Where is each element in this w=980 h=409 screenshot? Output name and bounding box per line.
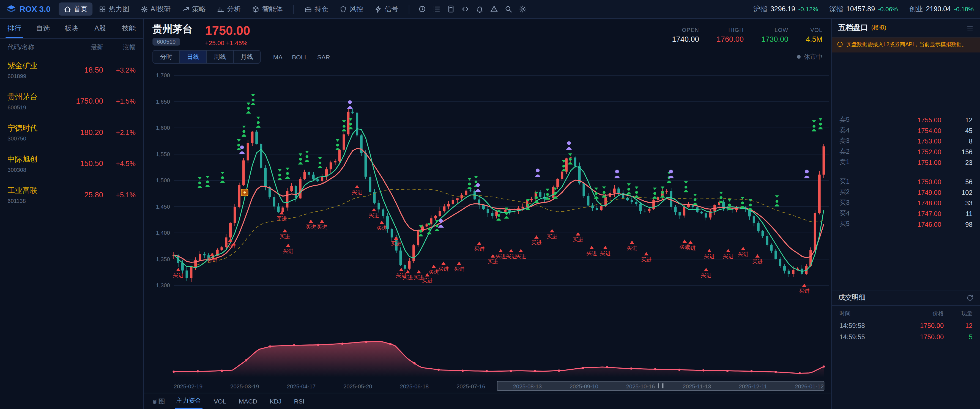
period-tab-分时[interactable]: 分时: [153, 51, 180, 63]
date-tick: 2025-06-18: [400, 384, 429, 390]
sub-tab-MACD[interactable]: MACD: [237, 395, 258, 407]
stock-list-item[interactable]: 工业富联60113825.80+5.1%: [0, 179, 143, 211]
buy-signal-marker: 买进: [352, 185, 362, 195]
ask-row[interactable]: 卖31753.008: [832, 136, 980, 147]
orderbook-header: 五档盘口 (模拟): [832, 19, 980, 37]
gear-icon[interactable]: [516, 2, 530, 16]
bid-row[interactable]: 买31748.0033: [832, 198, 980, 209]
stock-list-item[interactable]: 中际旭创300308150.50+4.5%: [0, 148, 143, 179]
nav-item-heatmap[interactable]: 热力图: [94, 3, 134, 16]
sidebar-tabs: 排行自选板块A股技能: [0, 19, 143, 39]
history-icon[interactable]: [415, 2, 429, 16]
stock-list-item[interactable]: 宁德时代300750180.20+2.1%: [0, 117, 143, 148]
range-selector[interactable]: [497, 381, 824, 391]
indicator-toggle-MA[interactable]: MA: [273, 53, 283, 60]
nav-item-strategy[interactable]: 策略: [177, 3, 211, 16]
market-index[interactable]: 深指10457.89-0.06%: [829, 5, 898, 14]
app-logo[interactable]: ROX 3.0: [6, 4, 51, 14]
sub-tab-主力资金[interactable]: 主力资金: [175, 394, 202, 409]
svg-text:买进: 买进: [438, 266, 449, 272]
svg-text:买进: 买进: [547, 234, 557, 239]
market-index[interactable]: 创业2190.04-0.18%: [909, 5, 974, 14]
nav-item-agent[interactable]: 智能体: [247, 3, 288, 16]
nav-item-signal[interactable]: 信号: [369, 3, 403, 16]
purple-signal-icon: [535, 168, 541, 177]
svg-text:1,700: 1,700: [156, 72, 170, 78]
chart-toolbar: 分时日线周线月线 MABOLLSAR 休市中: [144, 48, 831, 67]
column-header: 涨幅: [103, 43, 136, 52]
period-tab-月线[interactable]: 月线: [234, 51, 260, 63]
stock-list-item[interactable]: 紫金矿业60189918.50+3.2%: [0, 54, 143, 86]
sidebar-tab-自选[interactable]: 自选: [29, 19, 57, 38]
market-index[interactable]: 沪指3296.19-0.12%: [754, 5, 818, 14]
app-root: ROX 3.0 首页热力图AI投研策略分析智能体 持仓风控信号 沪指3296.1…: [0, 0, 980, 409]
market-status-label: 休市中: [803, 52, 822, 61]
buy-signal-marker: 买进: [515, 249, 526, 259]
svg-text:1,450: 1,450: [156, 204, 170, 210]
ask-row[interactable]: 卖21752.00156: [832, 147, 980, 157]
bid-levels: 买11750.0056买21749.00102买31748.0033买41747…: [832, 177, 980, 230]
svg-text:买进: 买进: [627, 245, 638, 251]
bid-row[interactable]: 买51746.0098: [832, 219, 980, 230]
buy-signal-marker: 买进: [474, 242, 485, 252]
bid-row[interactable]: 买11750.0056: [832, 177, 980, 187]
period-tab-周线[interactable]: 周线: [207, 51, 234, 63]
page-title: 贵州茅台: [153, 24, 192, 35]
gold-signal-icon: [241, 189, 248, 196]
nav-item-positions[interactable]: 持仓: [300, 3, 334, 16]
date-tick: 2025-05-20: [344, 384, 372, 390]
bell-icon[interactable]: [473, 2, 487, 16]
trade-row: 14:59:551750.005: [832, 331, 980, 342]
buy-signal-marker: 买进: [454, 262, 465, 271]
green-signal-icon: [684, 181, 688, 192]
sub-tab-VOL[interactable]: VOL: [212, 395, 228, 407]
primary-nav: 首页热力图AI投研策略分析智能体: [59, 3, 288, 16]
alert-icon[interactable]: [487, 2, 501, 16]
sub-tab-KDJ[interactable]: KDJ: [269, 395, 283, 407]
indicator-toggle-BOLL[interactable]: BOLL: [292, 53, 308, 60]
sidebar-tab-A股[interactable]: A股: [86, 19, 115, 38]
date-tick: 2025-03-19: [230, 384, 259, 390]
svg-text:1,550: 1,550: [156, 151, 170, 157]
candlestick-chart[interactable]: 1,7001,6501,6001,5501,5001,4501,4001,350…: [144, 67, 831, 327]
nav-item-home[interactable]: 首页: [59, 3, 92, 16]
nav-item-analysis[interactable]: 分析: [212, 3, 246, 16]
svg-text:1,400: 1,400: [156, 230, 170, 236]
sub-tab-RSI[interactable]: RSI: [293, 395, 305, 407]
nav-item-risk[interactable]: 风控: [334, 3, 368, 16]
date-tick: 2025-02-19: [174, 384, 203, 390]
bid-row[interactable]: 买41747.0011: [832, 208, 980, 219]
agent-icon: [252, 5, 259, 13]
green-signal-icon: [246, 103, 251, 114]
refresh-icon[interactable]: [966, 294, 974, 301]
column-header: 价格: [900, 310, 944, 318]
ask-row[interactable]: 卖51755.0012: [832, 115, 980, 125]
svg-text:买进: 买进: [573, 237, 584, 243]
sidebar-tab-排行[interactable]: 排行: [0, 19, 29, 38]
svg-text:买进: 买进: [317, 224, 328, 230]
ask-row[interactable]: 卖11751.0023: [832, 157, 980, 168]
list-icon[interactable]: [966, 24, 974, 31]
calculator-icon[interactable]: [444, 2, 458, 16]
buy-signal-marker: 买进: [627, 241, 638, 250]
sidebar-tab-板块[interactable]: 板块: [57, 19, 86, 38]
ask-row[interactable]: 卖41754.0045: [832, 125, 980, 136]
purple-signal-icon: [566, 141, 572, 150]
purple-signal-icon: [804, 170, 810, 178]
green-signal-icon: [242, 125, 246, 136]
stock-list-item[interactable]: 贵州茅台6005191750.00+1.5%: [0, 86, 143, 117]
utility-icon-group: [415, 2, 530, 16]
tasks-icon[interactable]: [430, 2, 443, 16]
sidebar-tab-技能[interactable]: 技能: [115, 19, 143, 38]
bid-row[interactable]: 买21749.00102: [832, 187, 980, 198]
code-icon[interactable]: [458, 2, 472, 16]
nav-item-ai[interactable]: AI投研: [136, 3, 176, 16]
price-block: 1750.00 +25.00 +1.45%: [205, 24, 250, 46]
indicator-toggle-SAR[interactable]: SAR: [317, 53, 330, 60]
svg-text:买进: 买进: [685, 245, 696, 251]
green-signal-icon: [197, 177, 202, 188]
period-tab-日线[interactable]: 日线: [180, 51, 207, 63]
search-icon[interactable]: [501, 2, 515, 16]
svg-text:1,300: 1,300: [156, 282, 170, 289]
range-grip-icon[interactable]: [658, 384, 663, 388]
